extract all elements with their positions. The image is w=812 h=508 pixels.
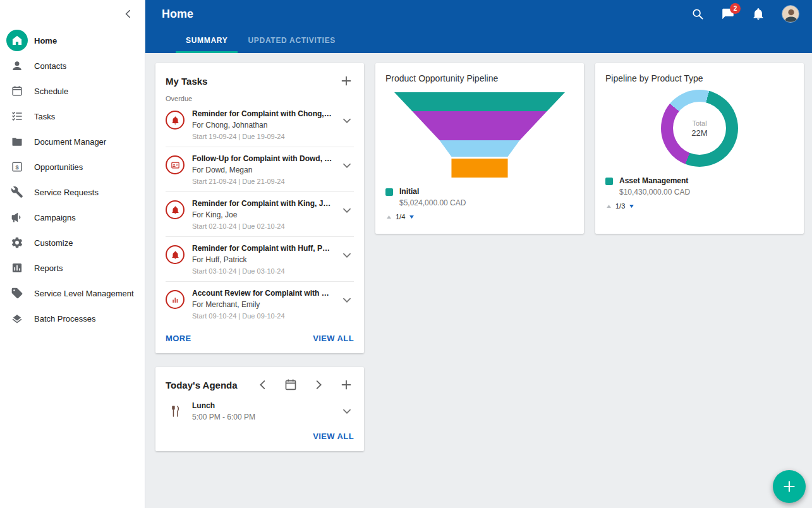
- page-down-icon[interactable]: [628, 203, 635, 210]
- sidebar-item-document-manager[interactable]: Document Manager: [0, 129, 145, 154]
- sidebar-item-customize[interactable]: Customize: [0, 230, 145, 255]
- legend-label: Asset Management: [619, 176, 690, 185]
- task-text: Account Review for Complaint with Mer...…: [192, 288, 332, 320]
- event-row[interactable]: Lunch5:00 PM - 6:00 PM: [166, 392, 354, 424]
- sidebar-item-label: Opportunities: [34, 162, 83, 172]
- column-left: My Tasks Overdue Reminder for Complaint …: [155, 63, 364, 451]
- tab-bar: SUMMARYUPDATED ACTIVITIES: [145, 28, 812, 53]
- collapse-sidebar-icon[interactable]: [122, 8, 135, 20]
- sidebar: HomeContactsScheduleTasksDocument Manage…: [0, 0, 145, 508]
- tab-updated-activities[interactable]: UPDATED ACTIVITIES: [238, 28, 346, 53]
- page-down-icon[interactable]: [408, 214, 415, 221]
- event-title: Lunch: [192, 401, 255, 410]
- sidebar-item-campaigns[interactable]: Campaigns: [0, 205, 145, 230]
- funnel-chart-title: Product Opportunity Pipeline: [385, 73, 574, 83]
- funnel-stage: [394, 111, 565, 140]
- legend-label: Initial: [399, 187, 466, 196]
- task-expand-icon[interactable]: [340, 114, 354, 128]
- task-assignee: For Dowd, Megan: [192, 166, 332, 175]
- donut-total-label: Total: [692, 119, 706, 127]
- task-text: Reminder for Complaint with King, Joe - …: [192, 198, 332, 230]
- sidebar-item-label: Service Requests: [34, 188, 99, 197]
- legend-item: Initial$5,024,000.00 CAD: [385, 187, 574, 207]
- task-title: Reminder for Complaint with Huff, Patric…: [192, 243, 332, 253]
- sidebar-item-reports[interactable]: Reports: [0, 255, 145, 281]
- dashboard-content: My Tasks Overdue Reminder for Complaint …: [145, 53, 812, 508]
- sidebar-item-label: Contacts: [34, 61, 66, 71]
- task-expand-icon[interactable]: [340, 203, 354, 217]
- event-expand-icon[interactable]: [340, 404, 354, 418]
- add-fab[interactable]: [773, 470, 806, 503]
- notifications-bell-icon[interactable]: [751, 7, 765, 21]
- add-event-icon[interactable]: [339, 377, 354, 392]
- sidebar-item-label: Document Manager: [34, 137, 106, 147]
- more-button[interactable]: MORE: [166, 334, 191, 343]
- todays-agenda-card: Today's Agenda Lunch5:00 PM - 6:00 PM VI…: [155, 367, 364, 451]
- donut-legend: Asset Management$10,430,000.00 CAD: [605, 176, 794, 197]
- user-avatar[interactable]: [782, 5, 799, 23]
- sidebar-item-label: Customize: [34, 238, 73, 248]
- legend-value: $10,430,000.00 CAD: [619, 188, 690, 197]
- agenda-title: Today's Agenda: [166, 380, 238, 390]
- tags-icon: [6, 282, 28, 304]
- funnel-legend: Initial$5,024,000.00 CAD: [385, 187, 574, 207]
- sidebar-item-batch-processes[interactable]: Batch Processes: [0, 306, 145, 331]
- wrench-icon: [6, 181, 28, 203]
- task-expand-icon[interactable]: [340, 159, 354, 172]
- task-title: Reminder for Complaint with King, Joe - …: [192, 198, 332, 209]
- add-task-icon[interactable]: [339, 73, 354, 88]
- sidebar-item-schedule[interactable]: Schedule: [0, 78, 145, 104]
- page-up-icon[interactable]: [385, 214, 392, 221]
- sidebar-item-label: Home: [34, 36, 57, 45]
- task-row[interactable]: Reminder for Complaint with Chong, Joh..…: [166, 102, 354, 147]
- task-dates: Start 21-09-24 | Due 21-09-24: [192, 178, 332, 185]
- task-row[interactable]: Reminder for Complaint with King, Joe - …: [166, 192, 354, 237]
- prev-day-icon[interactable]: [255, 377, 270, 392]
- task-assignee: For King, Joe: [192, 210, 332, 220]
- sidebar-item-home[interactable]: Home: [0, 28, 145, 53]
- sidebar-item-tasks[interactable]: Tasks: [0, 104, 145, 129]
- task-expand-icon[interactable]: [340, 248, 354, 262]
- title-bar: Home 2: [145, 0, 812, 28]
- task-assignee: For Huff, Patrick: [192, 255, 332, 265]
- next-day-icon[interactable]: [311, 377, 326, 392]
- checklist-icon: [6, 106, 28, 127]
- column-middle: Product Opportunity Pipeline Initial$5,0…: [375, 63, 584, 234]
- task-text: Reminder for Complaint with Chong, Joh..…: [192, 109, 332, 140]
- sidebar-item-label: Batch Processes: [34, 314, 96, 324]
- sidebar-item-label: Schedule: [34, 87, 68, 96]
- legend-swatch: [605, 178, 613, 185]
- sidebar-item-opportunities[interactable]: $Opportunities: [0, 154, 145, 179]
- donut-chart[interactable]: Total 22M: [661, 90, 738, 167]
- task-dates: Start 09-10-24 | Due 09-10-24: [192, 312, 332, 320]
- task-row[interactable]: Follow-Up for Complaint with Dowd, Me...…: [166, 147, 354, 192]
- task-row[interactable]: Account Review for Complaint with Mer...…: [166, 282, 354, 326]
- my-tasks-header: My Tasks: [166, 73, 354, 88]
- task-row[interactable]: Reminder for Complaint with Huff, Patric…: [166, 237, 354, 282]
- task-expand-icon[interactable]: [340, 293, 354, 307]
- event-list: Lunch5:00 PM - 6:00 PM: [166, 392, 354, 424]
- funnel-stage: [394, 92, 565, 111]
- calendar-icon[interactable]: [283, 377, 298, 392]
- sidebar-item-service-requests[interactable]: Service Requests: [0, 179, 145, 205]
- tab-summary[interactable]: SUMMARY: [176, 28, 238, 53]
- messages-icon[interactable]: 2: [721, 7, 735, 21]
- search-icon[interactable]: [691, 7, 705, 21]
- sidebar-item-service-level-management[interactable]: Service Level Management: [0, 281, 145, 306]
- sidebar-item-contacts[interactable]: Contacts: [0, 53, 145, 78]
- sidebar-item-label: Campaigns: [34, 213, 76, 222]
- person-icon: [6, 55, 28, 76]
- view-all-events-button[interactable]: VIEW ALL: [313, 432, 354, 441]
- bell-icon: [166, 200, 185, 219]
- overdue-label: Overdue: [166, 95, 354, 102]
- task-title: Account Review for Complaint with Mer...: [192, 288, 332, 298]
- task-title: Reminder for Complaint with Chong, Joh..…: [192, 109, 332, 119]
- page-up-icon[interactable]: [605, 203, 612, 210]
- view-all-tasks-button[interactable]: VIEW ALL: [313, 334, 354, 343]
- page-indicator: 1/4: [396, 213, 405, 221]
- task-title: Follow-Up for Complaint with Dowd, Me...: [192, 154, 332, 164]
- gear-icon: [6, 232, 28, 253]
- funnel-chart[interactable]: [394, 92, 565, 178]
- task-assignee: For Chong, Johnathan: [192, 121, 332, 130]
- top-bar: Home 2 SUMMARYUPDATED ACTIVITIES: [145, 0, 812, 53]
